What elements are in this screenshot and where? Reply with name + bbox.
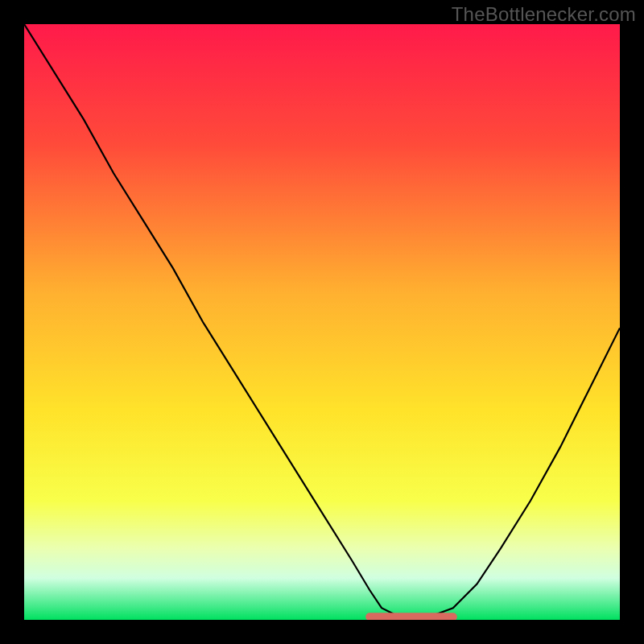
chart-svg <box>24 24 620 620</box>
watermark-text: TheBottlenecker.com <box>452 3 636 26</box>
chart-background <box>24 24 620 620</box>
plot-area <box>24 24 620 620</box>
chart-frame: TheBottlenecker.com <box>0 0 644 644</box>
